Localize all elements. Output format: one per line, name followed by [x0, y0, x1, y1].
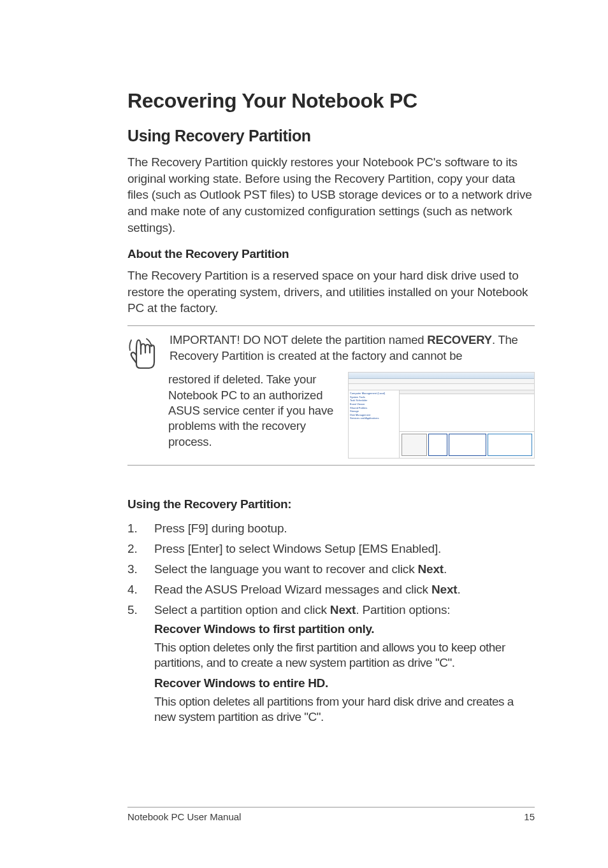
callout-text-upper: IMPORTANT! DO NOT delete the partition n…	[170, 332, 535, 371]
important-callout: IMPORTANT! DO NOT delete the partition n…	[127, 325, 535, 466]
steps-heading: Using the Recovery Partition:	[127, 497, 535, 511]
step-item: Press [Enter] to select Windows Setup [E…	[127, 541, 535, 558]
section-heading: Using Recovery Partition	[127, 127, 535, 145]
ss-titlebar	[349, 373, 534, 379]
page-title: Recovering Your Notebook PC	[127, 89, 535, 113]
step-item: Select a partition option and click Next…	[127, 602, 535, 725]
callout-bold-word: RECOVERY	[427, 333, 492, 346]
ss-menubar	[349, 379, 534, 384]
ss-partition-d	[488, 434, 532, 456]
ss-tree-item: Services and Applications	[350, 416, 398, 420]
step-bold: Next	[418, 562, 444, 576]
intro-paragraph: The Recovery Partition quickly restores …	[127, 154, 535, 236]
ss-toolbar	[349, 384, 534, 390]
step-text: .	[457, 583, 460, 596]
step-text: Select a partition option and click	[154, 603, 330, 616]
option-title: Recover Windows to first partition only.	[154, 621, 535, 638]
step-bold: Next	[431, 583, 457, 596]
ss-nav-tree: Computer Management (Local) System Tools…	[349, 390, 400, 458]
ss-partition-c	[449, 434, 486, 456]
disk-management-screenshot: Computer Management (Local) System Tools…	[348, 372, 535, 459]
step-text: Select the language you want to recover …	[154, 562, 418, 576]
ss-disk-label	[402, 434, 427, 456]
step-text: . Partition options:	[356, 603, 450, 616]
step-bold: Next	[330, 603, 356, 616]
step-item: Select the language you want to recover …	[127, 561, 535, 578]
option-title: Recover Windows to entire HD.	[154, 675, 535, 692]
callout-prefix: IMPORTANT! DO NOT delete the partition n…	[170, 333, 427, 346]
callout-text-lower: restored if deleted. Take your Notebook …	[168, 372, 340, 459]
step-text: Read the ASUS Preload Wizard messages an…	[154, 583, 431, 596]
about-paragraph: The Recovery Partition is a reserved spa…	[127, 267, 535, 317]
steps-list: Press [F9] during bootup. Press [Enter] …	[127, 520, 535, 725]
about-heading: About the Recovery Partition	[127, 247, 535, 261]
option-body: This option deletes only the first parti…	[154, 640, 535, 671]
ss-partition-recovery	[428, 434, 447, 456]
footer-page-number: 15	[524, 811, 535, 822]
page-footer: Notebook PC User Manual 15	[127, 807, 535, 822]
ss-volume-table	[400, 390, 534, 431]
ss-disk-diagram	[400, 431, 534, 458]
step-item: Read the ASUS Preload Wizard messages an…	[127, 581, 535, 599]
step-item: Press [F9] during bootup.	[127, 520, 535, 537]
footer-manual-title: Notebook PC User Manual	[127, 811, 241, 822]
option-body: This option deletes all partitions from …	[154, 694, 535, 725]
important-hand-icon	[127, 335, 161, 371]
step-text: .	[444, 562, 447, 576]
